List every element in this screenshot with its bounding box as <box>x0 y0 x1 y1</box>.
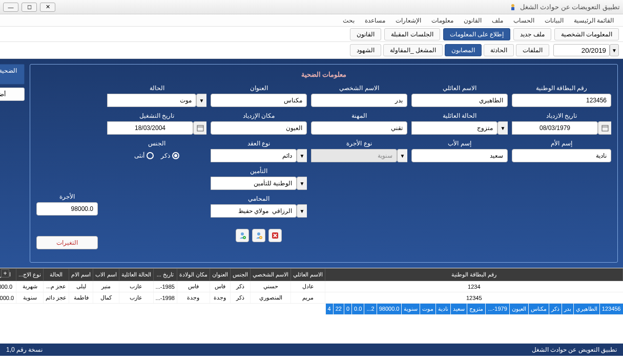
label-wagetype: نوع الأجرة <box>311 140 407 147</box>
tab-الشهود[interactable]: الشهود <box>350 44 381 56</box>
status-left: نسخة رقم 1,0 <box>6 346 43 353</box>
tab-الحادثة[interactable]: الحادثة <box>484 44 514 56</box>
dossier-row: ▼ الملفاتالحادثةالمصابونالمشغل _المقاولة… <box>0 42 623 59</box>
input-salary[interactable] <box>36 202 98 216</box>
toolbar-ملف جديد[interactable]: ملف جديد <box>513 28 551 40</box>
grid-header[interactable]: مكان الولادة <box>177 269 210 281</box>
close-button[interactable]: ✕ <box>40 3 55 12</box>
changes-button[interactable]: التغيرات <box>36 236 98 249</box>
menu-الحساب[interactable]: الحساب <box>509 15 538 26</box>
menu-القانون[interactable]: القانون <box>460 15 486 26</box>
select-famstat[interactable] <box>411 121 497 135</box>
label-mother: إسم الأم <box>512 140 611 147</box>
menu-البيانات[interactable]: البيانات <box>541 15 568 26</box>
minimize-button[interactable]: — <box>3 3 18 12</box>
add-lawyer-icon[interactable] <box>236 229 249 242</box>
label-cin: رقم البطاقة الوطنية <box>512 84 611 92</box>
input-pob[interactable] <box>211 121 307 135</box>
input-job[interactable] <box>311 121 407 135</box>
menu-القائمة الرئيسية[interactable]: القائمة الرئيسية <box>570 15 618 26</box>
victims-grid[interactable]: رقم البطاقة الوطنيةالاسم العائليالاسم ال… <box>0 268 623 315</box>
grid-header[interactable]: نوع الاج... <box>16 269 44 281</box>
input-father[interactable] <box>411 149 508 162</box>
label-dob: تاريخ الازدياد <box>512 112 611 119</box>
grid-header[interactable]: العنوان <box>210 269 230 281</box>
table-row[interactable]: 123456الطاهيريبدرذكرمكناسالعيون1979-...م… <box>325 304 623 315</box>
subtab-الضحية[interactable]: الضحية <box>0 64 25 84</box>
radio-female[interactable]: أنثى <box>134 152 154 159</box>
label-pob: مكان الإزدياد <box>211 112 307 119</box>
label-job: المهنة <box>311 112 407 119</box>
label-sex: الجنس <box>107 140 206 147</box>
label-lastname: الاسم العائلي <box>411 84 508 92</box>
delete-lawyer-icon[interactable] <box>268 229 282 242</box>
input-mother[interactable] <box>512 149 611 162</box>
sex-radio-group[interactable]: ذكر أنثى <box>107 149 206 162</box>
radio-female-dot <box>147 152 154 159</box>
grid-header[interactable]: تاريخ ... <box>153 269 177 281</box>
svg-rect-4 <box>197 125 203 131</box>
menu-بحث[interactable]: بحث <box>339 15 359 26</box>
svg-rect-1 <box>511 7 514 10</box>
status-dropdown-button[interactable]: ▼ <box>196 94 206 107</box>
toolbar-القانون[interactable]: القانون <box>350 28 381 40</box>
select-lawyer[interactable] <box>211 204 297 218</box>
dob-calendar-icon[interactable] <box>598 121 611 135</box>
grid-header[interactable]: اسم الاب <box>93 269 119 281</box>
contract-dropdown-button[interactable]: ▼ <box>297 149 307 162</box>
data-grid-area: + رقم البطاقة الوطنيةالاسم العائليالاسم … <box>0 268 623 344</box>
wagetype-dropdown-button[interactable]: ▼ <box>397 149 407 162</box>
table-row[interactable]: 1234عادلحسنيذكرفاسفاس1985-...عازبمنيرليل… <box>0 281 623 292</box>
insurance-dropdown-button[interactable]: ▼ <box>297 177 307 190</box>
select-contract[interactable] <box>211 149 297 162</box>
title-bar: — ◻ ✕ تطبيق التعويضات عن حوادث الشغل <box>0 0 623 14</box>
dossier-dropdown-button[interactable]: ▼ <box>610 44 619 56</box>
famstat-dropdown-button[interactable]: ▼ <box>497 121 508 135</box>
grid-header[interactable]: اسم الام <box>69 269 93 281</box>
toolbar-إطلاع على المعلومات[interactable]: إطلاع على المعلومات <box>443 28 511 40</box>
input-address[interactable] <box>211 94 307 107</box>
tab-المصابون[interactable]: المصابون <box>445 44 482 56</box>
input-hiredate[interactable] <box>107 121 193 135</box>
grid-header[interactable]: الجنس <box>230 269 250 281</box>
select-status[interactable] <box>107 94 196 107</box>
grid-expand-button[interactable]: + <box>1 269 9 277</box>
lawyer-dropdown-button[interactable]: ▼ <box>297 204 307 218</box>
grid-header[interactable]: الاسم الشخصي <box>250 269 290 281</box>
status-bar: تطبيق التعويض عن حوادث الشغل نسخة رقم 1,… <box>0 344 623 356</box>
input-dob[interactable] <box>512 121 598 135</box>
right-column: الضحيةذوي الحقوقتعويضات ذوي الحقوقتعويضا… <box>0 64 25 263</box>
input-lastname[interactable] <box>411 94 508 107</box>
grid-header[interactable]: الاسم العائلي <box>291 269 325 281</box>
grid-header[interactable]: الحالة <box>44 269 69 281</box>
svg-point-7 <box>257 232 260 235</box>
menu-ملف[interactable]: ملف <box>488 15 507 26</box>
dossier-select[interactable] <box>553 44 610 56</box>
menu-مساعدة[interactable]: مساعدة <box>361 15 389 26</box>
menu-bar: القائمة الرئيسيةالبياناتالحسابملفالقانون… <box>0 14 623 27</box>
grid-header[interactable]: رقم البطاقة الوطنية <box>325 269 623 281</box>
menu-الإشعارات[interactable]: الإشعارات <box>391 15 425 26</box>
label-status: الحالة <box>107 84 206 92</box>
label-hiredate: تاريخ التشغيل <box>107 112 206 119</box>
tab-المشغل _المقاولة[interactable]: المشغل _المقاولة <box>383 44 443 56</box>
svg-rect-2 <box>602 125 608 131</box>
tab-الملفات[interactable]: الملفات <box>516 44 549 56</box>
menu-معلومات[interactable]: معلومات <box>427 15 458 26</box>
label-father: إسم الأب <box>411 140 508 147</box>
toolbar-المعلومات الشخصية[interactable]: المعلومات الشخصية <box>554 28 619 40</box>
table-row[interactable]: 12345مريمالمنصوريذكروجدةوجدة1998-...عازب… <box>0 292 623 304</box>
input-firstname[interactable] <box>311 94 407 107</box>
input-cin[interactable] <box>512 94 611 107</box>
grid-header[interactable]: الحالة العائلية <box>119 269 153 281</box>
label-lawyer: المحامي <box>211 195 307 202</box>
add-button[interactable]: أضف <box>0 88 25 101</box>
edit-lawyer-icon[interactable] <box>252 229 265 242</box>
hiredate-calendar-icon[interactable] <box>193 121 206 135</box>
toolbar-الجلسات المقبلة[interactable]: الجلسات المقبلة <box>384 28 440 40</box>
status-right: تطبيق التعويض عن حوادث الشغل <box>532 346 617 353</box>
select-insurance[interactable] <box>211 177 297 190</box>
radio-male[interactable]: ذكر <box>161 152 179 159</box>
maximize-button[interactable]: ◻ <box>22 3 37 12</box>
panel-title: معلومات الضحية <box>36 71 611 78</box>
